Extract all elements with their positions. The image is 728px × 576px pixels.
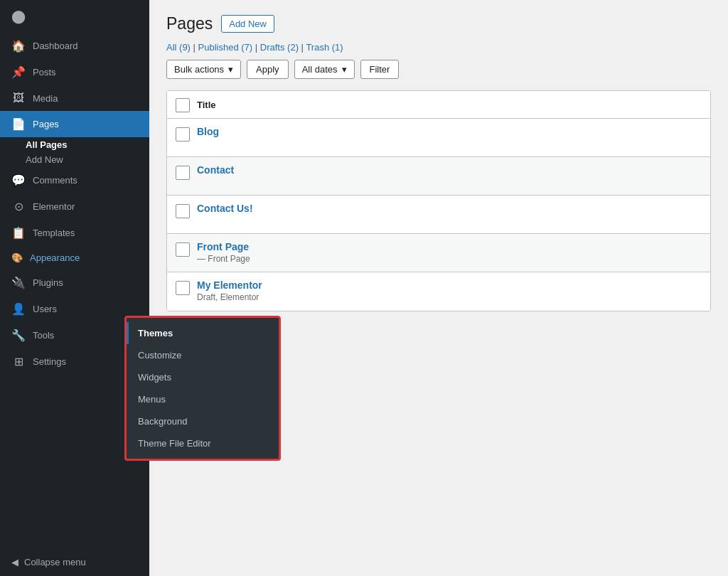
elementor-icon: ⊙	[11, 200, 26, 213]
pages-icon: 📄	[11, 117, 26, 131]
bulk-actions-chevron-icon: ▾	[228, 64, 233, 75]
title-column-header: Title	[197, 100, 216, 110]
bulk-actions-label: Bulk actions	[174, 64, 224, 75]
table-row: Contact Us!	[167, 196, 710, 234]
sidebar-logo: ⬤	[0, 0, 149, 33]
table-row: Blog	[167, 119, 710, 157]
row-title-contact[interactable]: Contact	[197, 164, 234, 176]
page-header: Pages Add New	[166, 14, 711, 33]
bulk-actions-dropdown[interactable]: Bulk actions ▾	[166, 60, 241, 79]
row-title-my-elementor[interactable]: My Elementor	[197, 279, 262, 291]
sidebar-item-label: Comments	[33, 175, 77, 186]
dropdown-item-widgets[interactable]: Widgets	[127, 366, 279, 388]
sidebar-item-label: Pages	[33, 119, 59, 129]
sidebar-item-templates[interactable]: 📋 Templates	[0, 220, 149, 246]
row-checkbox-blog[interactable]	[176, 127, 190, 142]
comments-icon: 💬	[11, 174, 26, 187]
table-header-row: Title	[167, 91, 710, 119]
filter-link-published[interactable]: Published (7)	[198, 42, 253, 53]
sidebar-item-label: Posts	[33, 67, 56, 78]
sidebar-item-label: Settings	[33, 356, 66, 367]
sidebar-item-label: Templates	[33, 228, 75, 238]
dropdown-item-theme-file-editor[interactable]: Theme File Editor	[127, 432, 279, 454]
row-title-contact-us[interactable]: Contact Us!	[197, 203, 253, 214]
page-title: Pages	[166, 14, 213, 33]
sidebar-item-label: Elementor	[33, 201, 75, 212]
row-checkbox-front-page[interactable]	[176, 242, 190, 257]
sidebar-item-appearance[interactable]: 🎨 Appearance	[0, 246, 149, 270]
appearance-dropdown: Themes Customize Widgets Menus Backgroun…	[124, 316, 281, 461]
select-all-checkbox[interactable]	[176, 98, 190, 112]
background-label: Background	[138, 416, 187, 427]
all-pages-label: All Pages	[26, 139, 68, 150]
sidebar-item-label: Media	[33, 93, 58, 104]
row-checkbox-contact[interactable]	[176, 166, 190, 180]
widgets-label: Widgets	[138, 372, 171, 383]
filter-link-all[interactable]: All (9)	[166, 42, 191, 53]
row-checkbox-contact-us[interactable]	[176, 204, 190, 218]
tools-icon: 🔧	[11, 329, 26, 342]
sidebar: ⬤ 🏠 Dashboard 📌 Posts 🖼 Media 📄 Pages Al…	[0, 0, 149, 576]
row-title-front-page[interactable]: Front Page	[197, 241, 250, 252]
row-sub-my-elementor: Draft, Elementor	[197, 292, 262, 302]
sidebar-item-comments[interactable]: 💬 Comments	[0, 167, 149, 193]
theme-file-editor-label: Theme File Editor	[138, 438, 211, 449]
collapse-menu[interactable]: ◀ Collapse menu	[0, 548, 149, 576]
filter-bar: Bulk actions ▾ Apply All dates ▾ Filter	[166, 60, 711, 79]
filter-button[interactable]: Filter	[360, 60, 400, 79]
sidebar-item-label: Appearance	[30, 252, 80, 263]
sidebar-item-posts[interactable]: 📌 Posts	[0, 59, 149, 85]
all-dates-dropdown[interactable]: All dates ▾	[294, 60, 355, 79]
themes-label: Themes	[138, 328, 173, 338]
sidebar-item-pages[interactable]: 📄 Pages	[0, 111, 149, 137]
customize-label: Customize	[138, 350, 181, 361]
collapse-label: Collapse menu	[24, 557, 86, 567]
all-dates-label: All dates	[302, 64, 338, 75]
all-dates-chevron-icon: ▾	[342, 64, 347, 75]
add-new-button[interactable]: Add New	[221, 15, 274, 33]
sidebar-item-label: Dashboard	[33, 41, 78, 51]
sidebar-item-label: Tools	[33, 330, 54, 341]
sidebar-item-plugins[interactable]: 🔌 Plugins	[0, 270, 149, 296]
row-sub-front-page: — Front Page	[197, 254, 250, 264]
sidebar-item-dashboard[interactable]: 🏠 Dashboard	[0, 33, 149, 59]
dropdown-item-menus[interactable]: Menus	[127, 388, 279, 410]
appearance-icon: 🎨	[11, 252, 23, 263]
dropdown-item-background[interactable]: Background	[127, 410, 279, 432]
collapse-icon: ◀	[11, 557, 18, 567]
sidebar-item-label: Plugins	[33, 277, 63, 288]
templates-icon: 📋	[11, 226, 26, 240]
wp-logo-icon: ⬤	[11, 9, 26, 24]
sidebar-item-elementor[interactable]: ⊙ Elementor	[0, 193, 149, 220]
table-row: Contact	[167, 157, 710, 196]
filter-links: All (9) | Published (7) | Drafts (2) | T…	[166, 42, 711, 53]
users-icon: 👤	[11, 302, 26, 316]
dashboard-icon: 🏠	[11, 39, 26, 53]
row-title-blog[interactable]: Blog	[197, 126, 219, 137]
table-row: Front Page — Front Page	[167, 234, 710, 272]
table-row: My Elementor Draft, Elementor	[167, 272, 710, 311]
dropdown-item-customize[interactable]: Customize	[127, 344, 279, 366]
plugins-icon: 🔌	[11, 276, 26, 289]
row-checkbox-my-elementor[interactable]	[176, 281, 190, 295]
filter-link-drafts[interactable]: Drafts (2)	[260, 42, 299, 53]
sidebar-item-media[interactable]: 🖼 Media	[0, 85, 149, 111]
filter-link-trash[interactable]: Trash (1)	[306, 42, 343, 53]
media-icon: 🖼	[11, 92, 26, 105]
dropdown-item-themes[interactable]: Themes	[127, 322, 279, 344]
menus-label: Menus	[138, 394, 166, 405]
sidebar-item-label: Users	[33, 304, 57, 314]
pages-table: Title Blog Contact Contact Us!	[166, 90, 711, 311]
sidebar-sub-add-new[interactable]: Add New	[0, 152, 149, 167]
add-new-label: Add New	[26, 154, 63, 165]
settings-icon: ⊞	[11, 355, 26, 368]
main-content: Pages Add New All (9) | Published (7) | …	[149, 0, 728, 576]
posts-icon: 📌	[11, 65, 26, 79]
sidebar-sub-all-pages[interactable]: All Pages	[0, 137, 149, 152]
apply-button[interactable]: Apply	[247, 60, 289, 79]
